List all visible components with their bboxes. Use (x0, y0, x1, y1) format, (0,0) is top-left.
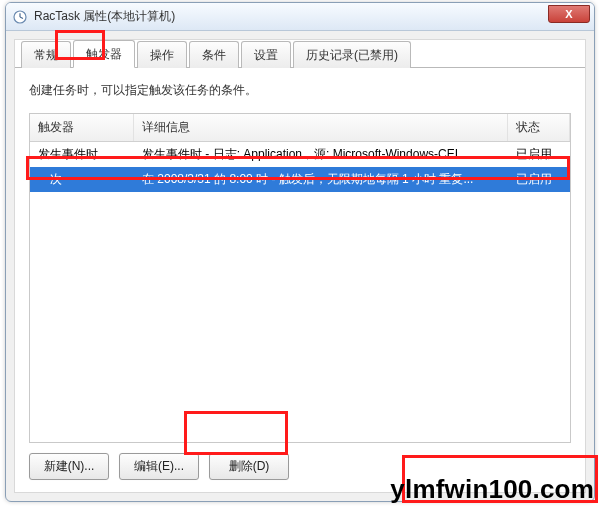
tab-conditions[interactable]: 条件 (189, 41, 239, 68)
tab-label: 设置 (254, 48, 278, 62)
column-header-trigger[interactable]: 触发器 (30, 114, 134, 141)
window-frame: RacTask 属性(本地计算机) X 常规 触发器 操作 条件 设置 历史记录… (5, 2, 595, 502)
watermark-text: ylmfwin100.com (390, 474, 594, 505)
tab-actions[interactable]: 操作 (137, 41, 187, 68)
tab-content: 创建任务时，可以指定触发该任务的条件。 触发器 详细信息 状态 发生事件时 发生… (15, 68, 585, 492)
titlebar[interactable]: RacTask 属性(本地计算机) X (6, 3, 594, 31)
tab-label: 常规 (34, 48, 58, 62)
new-button[interactable]: 新建(N)... (29, 453, 109, 480)
tab-label: 触发器 (86, 47, 122, 61)
tab-triggers[interactable]: 触发器 (73, 40, 135, 68)
cell-trigger: 发生事件时 (30, 142, 134, 167)
cell-status: 已启用 (508, 167, 570, 192)
tab-label: 操作 (150, 48, 174, 62)
column-header-detail[interactable]: 详细信息 (134, 114, 508, 141)
tab-label: 历史记录(已禁用) (306, 48, 398, 62)
tab-strip: 常规 触发器 操作 条件 设置 历史记录(已禁用) (15, 40, 585, 68)
tab-general[interactable]: 常规 (21, 41, 71, 68)
window-title: RacTask 属性(本地计算机) (34, 8, 175, 25)
listview-body: 发生事件时 发生事件时 - 日志: Application，源: Microso… (30, 142, 570, 442)
close-button[interactable]: X (548, 5, 590, 23)
trigger-listview[interactable]: 触发器 详细信息 状态 发生事件时 发生事件时 - 日志: Applicatio… (29, 113, 571, 443)
delete-button[interactable]: 删除(D) (209, 453, 289, 480)
cell-trigger: 一次 (30, 167, 134, 192)
cell-detail: 发生事件时 - 日志: Application，源: Microsoft-Win… (134, 142, 508, 167)
client-area: 常规 触发器 操作 条件 设置 历史记录(已禁用) 创建任务时，可以指定触发该任… (14, 39, 586, 493)
table-row[interactable]: 发生事件时 发生事件时 - 日志: Application，源: Microso… (30, 142, 570, 167)
description-text: 创建任务时，可以指定触发该任务的条件。 (29, 82, 571, 99)
tab-settings[interactable]: 设置 (241, 41, 291, 68)
tab-history[interactable]: 历史记录(已禁用) (293, 41, 411, 68)
listview-header: 触发器 详细信息 状态 (30, 114, 570, 142)
edit-button[interactable]: 编辑(E)... (119, 453, 199, 480)
column-header-status[interactable]: 状态 (508, 114, 570, 141)
tab-label: 条件 (202, 48, 226, 62)
cell-status: 已启用 (508, 142, 570, 167)
table-row[interactable]: 一次 在 2008/3/31 的 8:00 时 - 触发后，无限期地每隔 1 小… (30, 167, 570, 192)
clock-icon (12, 9, 28, 25)
cell-detail: 在 2008/3/31 的 8:00 时 - 触发后，无限期地每隔 1 小时 重… (134, 167, 508, 192)
close-icon: X (565, 8, 572, 20)
